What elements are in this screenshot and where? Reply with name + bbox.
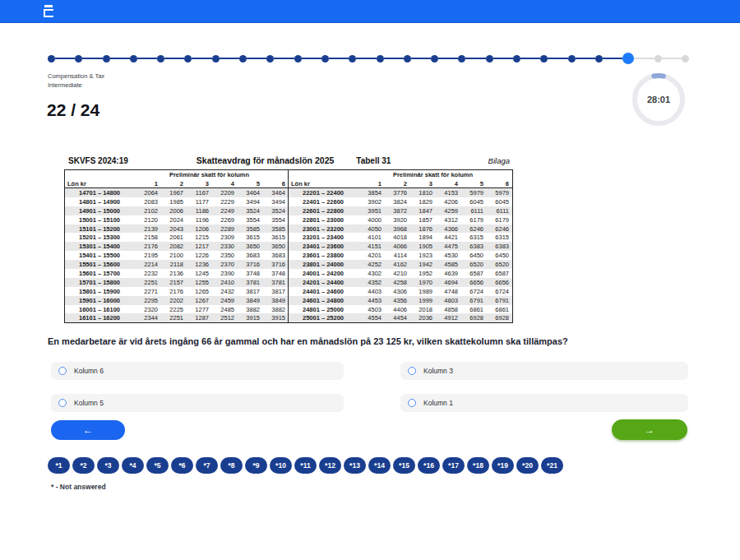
- tax-column-number: 2: [383, 180, 409, 187]
- tax-value-cell: 6111: [460, 207, 485, 215]
- tax-value-cell: 4206: [434, 198, 460, 206]
- tax-value-cell: 2485: [210, 306, 236, 313]
- answer-option-2[interactable]: Kolumn 3: [400, 362, 688, 380]
- tax-value-cell: 6724: [485, 288, 511, 295]
- step-connector: [493, 58, 513, 60]
- tax-value-cell: 3716: [261, 261, 287, 268]
- step-connector: [465, 58, 485, 60]
- tax-value-cell: 1952: [409, 270, 434, 277]
- table-row: 15801 – 15900227121761265243238173817: [65, 287, 288, 296]
- answer-option-4[interactable]: Kolumn 1: [400, 394, 688, 412]
- question-pill-18[interactable]: *18: [467, 457, 489, 474]
- tax-value-cell: 1810: [409, 189, 434, 197]
- tax-value-cell: 1967: [160, 189, 185, 197]
- tax-value-cell: 2390: [210, 270, 236, 277]
- radio-button-icon[interactable]: [408, 399, 416, 407]
- radio-button-icon[interactable]: [408, 367, 416, 375]
- question-pill-7[interactable]: *7: [196, 457, 218, 474]
- tax-value-cell: 3968: [383, 225, 409, 233]
- question-pill-12[interactable]: *12: [319, 457, 341, 474]
- tax-value-cell: 3915: [236, 314, 261, 322]
- question-pill-16[interactable]: *16: [418, 457, 440, 474]
- tax-value-cell: 2251: [134, 279, 160, 286]
- tax-value-cell: 4554: [358, 314, 383, 322]
- tax-value-cell: 3920: [383, 216, 409, 224]
- table-row: 15501 – 15600221421181236237037163716: [65, 260, 288, 269]
- tax-value-cell: 6179: [460, 216, 485, 224]
- step-dot-16: [458, 55, 465, 62]
- tax-value-cell: 1923: [409, 252, 434, 259]
- question-pill-14[interactable]: *14: [368, 457, 391, 474]
- table-row: 14801 – 14900208319851177222934943494: [65, 197, 288, 206]
- wage-range-cell: 24801 – 25000: [289, 306, 358, 313]
- tax-value-cell: 3585: [261, 225, 287, 233]
- table-row: 15101 – 15200213920431206228935853585: [65, 224, 288, 234]
- question-pill-21[interactable]: *21: [541, 457, 563, 474]
- tax-value-cell: 2249: [210, 207, 236, 215]
- question-pill-11[interactable]: *11: [294, 457, 317, 474]
- table-row: 23801 – 24000425241621942458565206520: [289, 260, 512, 269]
- wage-range-cell: 22801 – 23000: [289, 216, 358, 224]
- table-row: 15201 – 15300215820611215230936153615: [65, 233, 288, 242]
- radio-button-icon[interactable]: [58, 399, 67, 407]
- step-connector: [329, 58, 349, 60]
- tax-value-cell: 3817: [236, 288, 261, 295]
- tax-value-cell: 4352: [358, 279, 383, 286]
- question-pill-20[interactable]: *20: [516, 457, 539, 474]
- question-pill-bar: *1*2*3*4*5*6*7*8*9*10*11*12*13*14*15*16*…: [48, 457, 740, 474]
- tax-value-cell: 2232: [134, 270, 160, 277]
- question-pill-6[interactable]: *6: [171, 457, 193, 474]
- tax-value-cell: 3849: [236, 297, 261, 304]
- tax-value-cell: 3524: [236, 207, 261, 215]
- question-text: En medarbetare är vid årets ingång 66 år…: [48, 336, 697, 346]
- tax-value-cell: 2118: [160, 261, 185, 268]
- wage-range-cell: 24401 – 24600: [289, 288, 358, 295]
- tax-value-cell: 2043: [160, 225, 185, 233]
- tax-value-cell: 4252: [358, 261, 383, 268]
- wage-range-cell: 16101 – 16200: [65, 314, 134, 322]
- wage-range-cell: 22201 – 22400: [289, 189, 358, 197]
- tax-table-left-half: Preliminär skatt för kolumnLön kr1234561…: [65, 170, 289, 322]
- tax-value-cell: 4694: [434, 279, 460, 286]
- step-connector: [82, 58, 102, 60]
- question-pill-5[interactable]: *5: [146, 457, 169, 474]
- document-ref: SKVFS 2024:19: [68, 156, 128, 165]
- answer-option-3[interactable]: Kolumn 5: [51, 394, 344, 412]
- tax-value-cell: 2410: [210, 279, 236, 286]
- step-connector: [438, 58, 458, 60]
- tax-column-number: 4: [434, 180, 460, 187]
- tax-value-cell: 3494: [236, 198, 261, 206]
- wage-range-cell: 14701 – 14800: [65, 189, 134, 197]
- question-pill-1[interactable]: *1: [48, 457, 70, 474]
- question-pill-3[interactable]: *3: [97, 457, 119, 474]
- question-pill-8[interactable]: *8: [220, 457, 243, 474]
- tax-value-cell: 1236: [185, 261, 210, 268]
- tax-value-cell: 6315: [460, 234, 485, 241]
- wage-range-cell: 15201 – 15300: [65, 234, 134, 241]
- radio-button-icon[interactable]: [58, 367, 67, 375]
- back-button[interactable]: ←: [51, 420, 125, 440]
- question-pill-4[interactable]: *4: [122, 457, 144, 474]
- next-button[interactable]: →: [612, 419, 687, 440]
- question-pill-17[interactable]: *17: [442, 457, 465, 474]
- question-pill-13[interactable]: *13: [344, 457, 366, 474]
- tax-value-cell: 4454: [383, 314, 409, 322]
- tax-value-cell: 2370: [210, 261, 236, 268]
- tax-value-cell: 4259: [434, 207, 460, 215]
- table-row: 24601 – 24800445343561999480367916791: [289, 296, 512, 305]
- question-pill-15[interactable]: *15: [393, 457, 415, 474]
- tax-value-cell: 1942: [409, 261, 434, 268]
- question-pill-19[interactable]: *19: [492, 457, 514, 474]
- question-pill-2[interactable]: *2: [72, 457, 95, 474]
- document-titles: SKVFS 2024:19 Skatteavdrag för månadslön…: [64, 155, 513, 165]
- wage-range-cell: 24001 – 24200: [289, 270, 358, 277]
- step-dot-17: [486, 55, 493, 62]
- tax-value-cell: 2344: [134, 314, 160, 322]
- option-label: Kolumn 3: [423, 367, 453, 375]
- question-pill-9[interactable]: *9: [245, 457, 267, 474]
- question-pill-10[interactable]: *10: [270, 457, 292, 474]
- answer-option-1[interactable]: Kolumn 6: [51, 362, 344, 380]
- tax-value-cell: 6045: [460, 198, 485, 206]
- tax-value-cell: 3683: [261, 252, 287, 259]
- tax-value-cell: 2176: [134, 243, 160, 250]
